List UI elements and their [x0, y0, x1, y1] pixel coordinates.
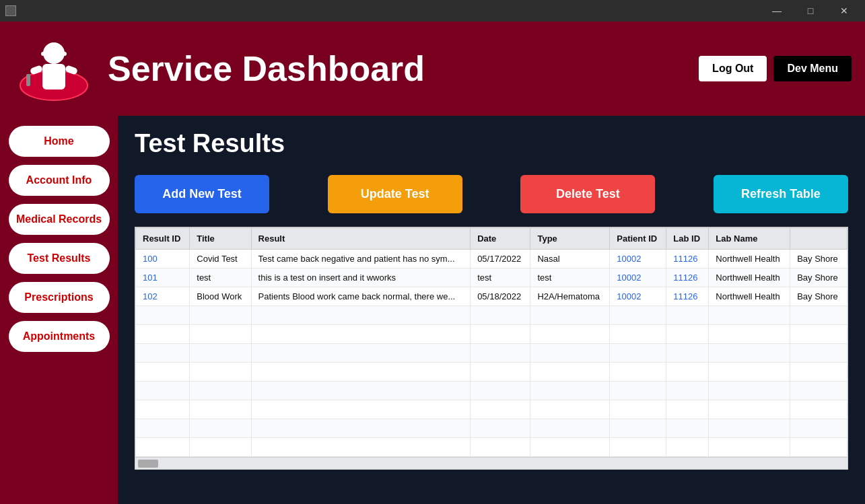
sidebar-item-prescriptions[interactable]: Prescriptions — [9, 282, 110, 313]
cell-date: 05/18/2022 — [471, 287, 530, 306]
cell-title: Covid Test — [190, 250, 251, 268]
logo — [13, 28, 94, 109]
table-row-empty — [136, 438, 847, 457]
sidebar-item-account-info[interactable]: Account Info — [9, 165, 110, 196]
col-patient-id: Patient ID — [610, 228, 666, 250]
cell-lab-name: Northwell Health — [709, 250, 790, 268]
table-row[interactable]: 101 test this is a test on insert and it… — [136, 268, 847, 287]
col-result-id: Result ID — [136, 228, 190, 250]
table-row[interactable]: 100 Covid Test Test came back negative a… — [136, 250, 847, 268]
minimize-button[interactable]: — — [761, 0, 792, 22]
cell-type: test — [530, 268, 610, 287]
cell-title: test — [190, 268, 251, 287]
col-lab-name: Lab Name — [709, 228, 790, 250]
cell-result: this is a test on insert and it wworks — [251, 268, 471, 287]
header-title: Service Dashboard — [108, 48, 685, 89]
devmenu-button[interactable]: Dev Menu — [773, 56, 852, 81]
content-area: Test Results Add New Test Update Test De… — [118, 116, 865, 504]
scrollbar-thumb[interactable] — [138, 460, 158, 468]
horizontal-scrollbar[interactable] — [135, 457, 847, 469]
svg-rect-6 — [26, 74, 30, 86]
cell-lab-id: 11126 — [666, 287, 709, 306]
update-test-button[interactable]: Update Test — [328, 175, 462, 213]
svg-rect-3 — [41, 52, 67, 56]
col-lab-id: Lab ID — [666, 228, 709, 250]
close-button[interactable]: ✕ — [829, 0, 860, 22]
cell-result-id: 102 — [136, 287, 190, 306]
table-header-row: Result ID Title Result Date Type Patient… — [136, 228, 847, 250]
cell-date: 05/17/2022 — [471, 250, 530, 268]
cell-lab-id: 11126 — [666, 268, 709, 287]
cell-result-id: 100 — [136, 250, 190, 268]
cell-patient-id: 10002 — [610, 287, 666, 306]
titlebar: — □ ✕ — [0, 0, 865, 22]
table-row[interactable]: 102 Blood Work Patients Blood work came … — [136, 287, 847, 306]
sidebar-item-home[interactable]: Home — [9, 126, 110, 157]
delete-test-button[interactable]: Delete Test — [520, 175, 655, 213]
sidebar: Home Account Info Medical Records Test R… — [0, 116, 118, 504]
cell-date: test — [471, 268, 530, 287]
header-buttons: Log Out Dev Menu — [699, 56, 852, 81]
cell-extra: Bay Shore — [790, 287, 847, 306]
col-date: Date — [471, 228, 530, 250]
sidebar-item-appointments[interactable]: Appointments — [9, 321, 110, 352]
cell-lab-id: 11126 — [666, 250, 709, 268]
cell-result-id: 101 — [136, 268, 190, 287]
table-row-empty — [136, 344, 847, 363]
cell-lab-name: Northwell Health — [709, 287, 790, 306]
sidebar-item-medical-records[interactable]: Medical Records — [9, 204, 110, 235]
titlebar-controls: — □ ✕ — [761, 0, 860, 22]
cell-extra: Bay Shore — [790, 268, 847, 287]
cell-lab-name: Northwell Health — [709, 268, 790, 287]
svg-rect-1 — [42, 64, 65, 89]
action-buttons: Add New Test Update Test Delete Test Ref… — [135, 175, 848, 213]
refresh-table-button[interactable]: Refresh Table — [714, 175, 848, 213]
main-layout: Home Account Info Medical Records Test R… — [0, 116, 865, 504]
cell-patient-id: 10002 — [610, 268, 666, 287]
logout-button[interactable]: Log Out — [699, 56, 767, 81]
cell-title: Blood Work — [190, 287, 251, 306]
col-extra — [790, 228, 847, 250]
cell-extra: Bay Shore — [790, 250, 847, 268]
col-result: Result — [251, 228, 471, 250]
cell-result: Patients Blood work came back normal, th… — [251, 287, 471, 306]
col-title: Title — [190, 228, 251, 250]
col-type: Type — [530, 228, 610, 250]
cell-patient-id: 10002 — [610, 250, 666, 268]
results-table: Result ID Title Result Date Type Patient… — [135, 227, 847, 457]
table-row-empty — [136, 382, 847, 400]
results-table-container: Result ID Title Result Date Type Patient… — [135, 227, 848, 470]
header: Service Dashboard Log Out Dev Menu — [0, 22, 865, 116]
sidebar-item-test-results[interactable]: Test Results — [9, 243, 110, 274]
table-row-empty — [136, 400, 847, 419]
table-row-empty — [136, 325, 847, 344]
table-row-empty — [136, 306, 847, 325]
app-icon — [5, 5, 16, 16]
table-row-empty — [136, 419, 847, 438]
table-row-empty — [136, 363, 847, 382]
cell-type: Nasal — [530, 250, 610, 268]
titlebar-left — [5, 5, 16, 16]
add-new-test-button[interactable]: Add New Test — [135, 175, 269, 213]
cell-type: H2A/Hematoma — [530, 287, 610, 306]
maximize-button[interactable]: □ — [795, 0, 826, 22]
cell-result: Test came back negative and patient has … — [251, 250, 471, 268]
page-title: Test Results — [135, 129, 848, 158]
